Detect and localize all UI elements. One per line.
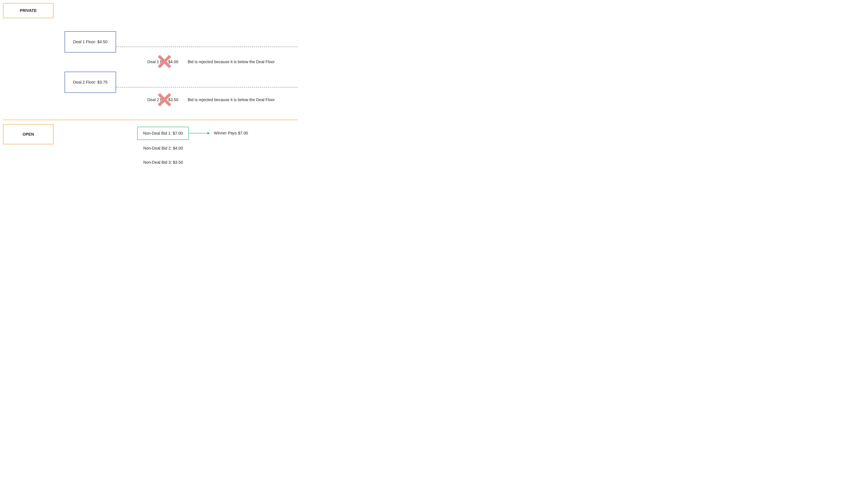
deal2-rejected-text: Bid is rejected because it is below the … [188,97,275,102]
private-label-box: PRIVATE [3,3,54,18]
arrow-head-icon [208,132,210,134]
deal2-floor-label: Deal 2 Floor: $3.75 [73,80,107,85]
open-label-box: OPEN [3,124,54,144]
deal1-rejected-text: Bid is rejected because it is below the … [188,60,275,64]
deal1-floor-label: Deal 1 Floor: $4.50 [73,39,107,44]
deal1-dashed-line [116,47,298,47]
non-deal-bid3-label: Non-Deal Bid 3: $3.50 [143,160,183,165]
section-divider [3,120,298,120]
non-deal-bid2-label: Non-Deal Bid 2: $4.00 [143,146,183,151]
deal1-bid-label: Deal 1 Bid: $4.00 [147,60,178,64]
winner-text: Winner Pays $7.00 [214,131,248,136]
deal2-bid-label: Deal 2 Bid: $3.50 [147,97,178,102]
non-deal-bid1-label: Non-Deal Bid 1: $7.00 [143,131,183,136]
open-label: OPEN [23,132,34,137]
private-label: PRIVATE [20,8,37,13]
non-deal-bid1-box: Non-Deal Bid 1: $7.00 [137,127,189,140]
deal2-dashed-line [116,87,298,87]
diagram-canvas: PRIVATE Deal 1 Floor: $4.50 Deal 1 Bid: … [0,0,307,170]
deal2-floor-box: Deal 2 Floor: $3.75 [65,72,116,93]
deal1-floor-box: Deal 1 Floor: $4.50 [65,31,116,53]
